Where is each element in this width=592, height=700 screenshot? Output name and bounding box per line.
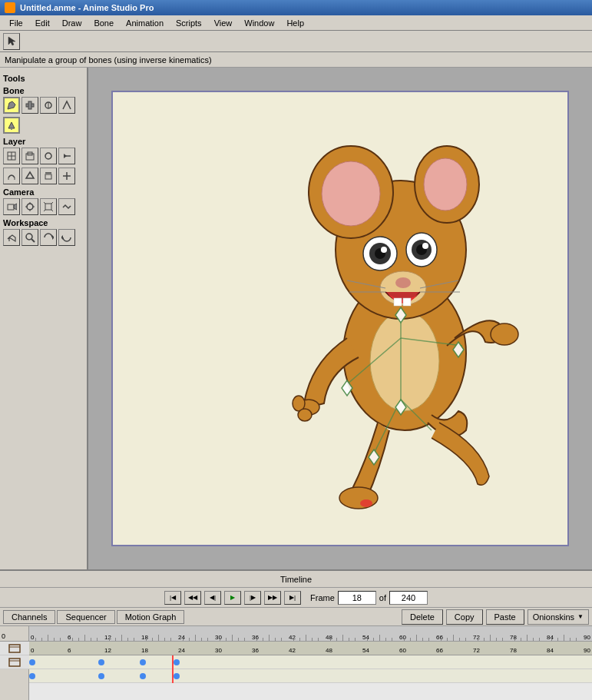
menu-edit[interactable]: Edit bbox=[29, 17, 56, 29]
tab-channels[interactable]: Channels bbox=[3, 610, 55, 624]
rewind-start-btn[interactable]: |◀ bbox=[164, 591, 181, 605]
bone-tools-row bbox=[3, 97, 84, 114]
svg-point-64 bbox=[298, 409, 312, 421]
toolbar-strip bbox=[0, 31, 592, 52]
onionskins-dropdown-icon[interactable]: ▼ bbox=[577, 613, 584, 620]
keyframe-0-track2[interactable] bbox=[29, 673, 35, 679]
svg-marker-6 bbox=[8, 122, 15, 128]
svg-marker-0 bbox=[8, 37, 15, 45]
layer-tool-5[interactable] bbox=[3, 168, 20, 184]
camera-section-title: Camera bbox=[3, 187, 84, 197]
workspace-tool-3[interactable] bbox=[40, 229, 57, 246]
copy-button[interactable]: Copy bbox=[446, 609, 483, 625]
menu-view[interactable]: View bbox=[208, 17, 239, 29]
menu-bone[interactable]: Bone bbox=[88, 17, 120, 29]
svg-point-67 bbox=[360, 499, 372, 507]
timeline-label-bar: Timeline bbox=[0, 571, 592, 588]
delete-button[interactable]: Delete bbox=[402, 609, 443, 625]
layer-tool-8[interactable] bbox=[58, 168, 75, 184]
ruler-start: 0 bbox=[0, 626, 29, 641]
keyframe-2-track1[interactable] bbox=[140, 659, 146, 665]
svg-rect-3 bbox=[28, 101, 31, 109]
bone-tool-1[interactable] bbox=[3, 97, 20, 114]
next-frame-btn[interactable]: |▶ bbox=[244, 591, 261, 605]
playhead-2 bbox=[172, 669, 174, 683]
camera-tools-row bbox=[3, 198, 84, 215]
layer-tool-1[interactable] bbox=[3, 148, 20, 164]
menu-animation[interactable]: Animation bbox=[120, 17, 170, 29]
menu-bar: File Edit Draw Bone Animation Scripts Vi… bbox=[0, 15, 592, 31]
workspace-tool-1[interactable] bbox=[3, 229, 20, 246]
svg-rect-80 bbox=[9, 659, 20, 666]
keyframe-1-track1[interactable] bbox=[98, 659, 104, 665]
onionskins-button[interactable]: Onionskins ▼ bbox=[528, 609, 589, 625]
track-2[interactable] bbox=[29, 669, 592, 683]
menu-file[interactable]: File bbox=[3, 17, 29, 29]
workspace-section-title: Workspace bbox=[3, 218, 84, 227]
bone-tool-2[interactable] bbox=[21, 97, 38, 114]
timeline-tabs-bar: Channels Sequencer Motion Graph Delete C… bbox=[0, 608, 592, 626]
menu-scripts[interactable]: Scripts bbox=[170, 17, 208, 29]
keyframe-3-track2[interactable] bbox=[174, 673, 180, 679]
timeline-ruler: 0 061218243036424854606672788490 bbox=[0, 626, 592, 642]
menu-draw[interactable]: Draw bbox=[56, 17, 88, 29]
camera-tool-2[interactable] bbox=[21, 198, 38, 215]
ruler-mark-60: 60 bbox=[398, 634, 406, 641]
camera-tool-3[interactable] bbox=[40, 198, 57, 215]
tab-motion-graph[interactable]: Motion Graph bbox=[117, 610, 185, 624]
keyframe-3-track1[interactable] bbox=[174, 659, 180, 665]
bone-section-title: Bone bbox=[3, 86, 84, 95]
frame-input[interactable] bbox=[338, 591, 376, 605]
layer-tool-6[interactable] bbox=[21, 168, 38, 184]
tools-panel: Tools Bone Layer bbox=[0, 68, 88, 569]
status-bar: Manipulate a group of bones (using inver… bbox=[0, 52, 592, 68]
svg-point-43 bbox=[322, 161, 380, 226]
tab-sequencer[interactable]: Sequencer bbox=[57, 610, 114, 624]
workspace-tool-2[interactable] bbox=[21, 229, 38, 246]
play-btn[interactable]: ▶ bbox=[224, 591, 241, 605]
ruler-mark-72: 72 bbox=[471, 634, 480, 641]
workspace-tool-4[interactable] bbox=[58, 229, 75, 246]
track-labels bbox=[0, 642, 29, 700]
layer-tool-3[interactable] bbox=[40, 148, 57, 164]
bone-tool-5[interactable] bbox=[3, 117, 20, 134]
status-text: Manipulate a group of bones (using inver… bbox=[5, 55, 212, 65]
ruler-mark-84: 84 bbox=[545, 634, 554, 641]
keyframe-2-track2[interactable] bbox=[140, 673, 146, 679]
svg-line-34 bbox=[44, 210, 45, 211]
prev-frame-btn[interactable]: ◀| bbox=[204, 591, 221, 605]
fast-forward-btn[interactable]: ▶▶ bbox=[264, 591, 281, 605]
layer-tool-7[interactable] bbox=[40, 168, 57, 184]
bone-tool-4[interactable] bbox=[58, 97, 75, 114]
keyframe-0-track1[interactable] bbox=[29, 659, 35, 665]
toolbar-manipulate-btn[interactable] bbox=[3, 33, 20, 50]
tracks-container: 061218243036424854606672788490 bbox=[0, 642, 592, 700]
track-content-area[interactable]: 061218243036424854606672788490 bbox=[29, 642, 592, 700]
ruler-mark-18: 18 bbox=[140, 634, 148, 641]
layer-section-title: Layer bbox=[3, 137, 84, 146]
track-1[interactable] bbox=[29, 655, 592, 669]
svg-marker-18 bbox=[26, 172, 34, 178]
layer-tool-2[interactable] bbox=[21, 148, 38, 164]
svg-line-32 bbox=[51, 202, 53, 204]
camera-tool-4[interactable] bbox=[58, 198, 75, 215]
svg-point-45 bbox=[424, 158, 467, 211]
track-ruler: 061218243036424854606672788490 bbox=[29, 642, 592, 655]
rewind-btn[interactable]: ◀◀ bbox=[184, 591, 201, 605]
bone-tools-row2 bbox=[3, 117, 84, 134]
svg-marker-1 bbox=[8, 101, 15, 109]
menu-help[interactable]: Help bbox=[280, 17, 310, 29]
total-frames-input[interactable] bbox=[389, 591, 428, 605]
svg-point-47 bbox=[395, 277, 411, 288]
bone-tool-3[interactable] bbox=[40, 97, 57, 114]
paste-button[interactable]: Paste bbox=[486, 609, 524, 625]
layer-tool-4[interactable] bbox=[58, 148, 75, 164]
svg-line-31 bbox=[44, 202, 45, 204]
menu-window[interactable]: Window bbox=[238, 17, 280, 29]
keyframe-1-track2[interactable] bbox=[98, 673, 104, 679]
svg-marker-38 bbox=[61, 235, 63, 240]
forward-end-btn[interactable]: ▶| bbox=[284, 591, 301, 605]
camera-tool-1[interactable] bbox=[3, 198, 20, 215]
canvas-area[interactable] bbox=[88, 68, 592, 569]
svg-rect-78 bbox=[9, 645, 20, 652]
